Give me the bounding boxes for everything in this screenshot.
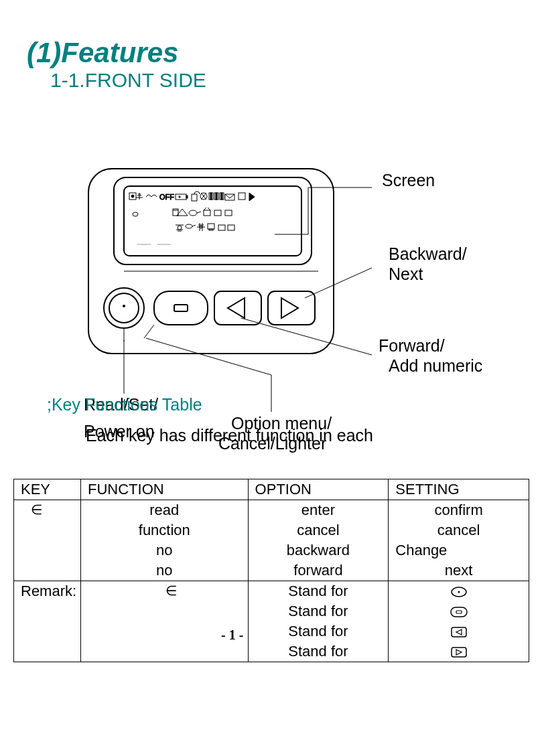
- label-forward: Forward/: [379, 336, 445, 356]
- cell-key: [14, 520, 81, 540]
- page-number: - 1 -: [221, 627, 243, 643]
- cell-option: enter: [248, 500, 389, 521]
- svg-rect-43: [174, 305, 188, 311]
- cell-option: backward: [248, 540, 389, 560]
- cell-key: [14, 540, 81, 560]
- th-function: FUNCTION: [80, 479, 248, 500]
- cell-setting: next: [389, 560, 529, 581]
- svg-point-4: [131, 195, 134, 198]
- cell-function: no: [80, 560, 248, 581]
- page-subtitle: 1-1.FRONT SIDE: [50, 69, 206, 92]
- table-row-remark: Stand for: [14, 601, 529, 621]
- each-key-text: Each key has different function in each: [86, 426, 373, 445]
- cell-function: function: [80, 520, 248, 540]
- svg-rect-51: [456, 611, 462, 613]
- table-row-remark: Stand for: [14, 621, 529, 641]
- page-title: (1)Features: [27, 37, 178, 69]
- table-row-remark: Stand for: [14, 641, 529, 662]
- left-triangle-button-icon: [450, 625, 468, 639]
- cell-remark-setting: [389, 601, 529, 621]
- svg-rect-7: [186, 196, 188, 198]
- key-functions-heading: ;Key Functions Table: [47, 395, 202, 414]
- cell-remark-setting: [389, 621, 529, 641]
- th-key: KEY: [14, 479, 81, 500]
- cell-setting: confirm: [389, 500, 529, 521]
- table-row: no forward next: [14, 560, 529, 581]
- round-dot-button-icon: [450, 586, 468, 598]
- cell-option: forward: [248, 560, 389, 581]
- table-row: no backward Change: [14, 540, 529, 560]
- svg-rect-13: [210, 193, 212, 200]
- cell-remark-setting: [389, 641, 529, 662]
- cell-remark-option: Stand for: [248, 621, 389, 641]
- cell-remark-func: ∈: [80, 581, 248, 602]
- cell-remark-setting: [389, 581, 529, 602]
- cell-setting: cancel: [389, 520, 529, 540]
- label-next: Next: [389, 264, 423, 284]
- table-header-row: KEY FUNCTION OPTION SETTING: [14, 479, 529, 500]
- label-backward: Backward/: [389, 244, 467, 264]
- right-triangle-button-icon: [450, 646, 468, 659]
- svg-point-40: [109, 293, 139, 323]
- cell-function: no: [80, 540, 248, 560]
- svg-text:OFF: OFF: [159, 193, 174, 201]
- cell-setting: Change: [389, 540, 529, 560]
- svg-rect-15: [216, 193, 217, 200]
- svg-rect-17: [221, 193, 222, 200]
- label-screen: Screen: [382, 171, 435, 190]
- label-addnumeric: Add numeric: [389, 356, 482, 376]
- cell-remark-option: Stand for: [248, 601, 389, 621]
- cell-key: [14, 560, 81, 581]
- cell-key: ∈: [14, 500, 81, 521]
- th-setting: SETTING: [389, 479, 529, 500]
- svg-point-41: [123, 305, 125, 307]
- svg-point-49: [458, 591, 460, 593]
- cell-option: cancel: [248, 520, 389, 540]
- table-row: function cancel cancel: [14, 520, 529, 540]
- menu-button-icon: [450, 605, 468, 619]
- cell-remark-option: Stand for: [248, 581, 389, 602]
- key-functions-table: KEY FUNCTION OPTION SETTING ∈ read enter…: [13, 479, 529, 662]
- cell-remark-option: Stand for: [248, 641, 389, 662]
- cell-remark-label: Remark:: [14, 581, 81, 662]
- cell-remark-func: [80, 641, 248, 662]
- cell-remark-func: [80, 601, 248, 621]
- cell-function: read: [80, 500, 248, 521]
- device-diagram: OFF: [87, 167, 335, 355]
- th-option: OPTION: [248, 479, 389, 500]
- table-row: ∈ read enter confirm: [14, 500, 529, 521]
- table-row-remark: Remark: ∈ Stand for: [14, 581, 529, 602]
